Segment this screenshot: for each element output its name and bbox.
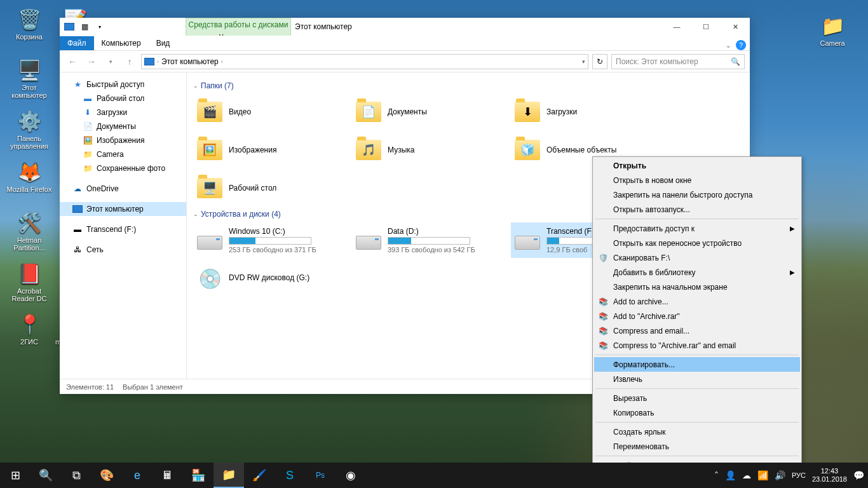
item-label: Рабочий стол [229, 184, 276, 193]
desktop-icon[interactable]: 🖥️Этот компьютер [6, 57, 52, 103]
app-icon: 🗑️ [17, 6, 42, 32]
nav-saved-photos[interactable]: 📁Сохраненные фото [60, 161, 186, 175]
context-menu-item[interactable]: Извлечь [594, 372, 800, 386]
menu-item-label: Compress and email... [613, 327, 689, 336]
tab-file[interactable]: Файл [60, 36, 94, 50]
nav-camera[interactable]: 📁Camera [60, 147, 186, 161]
nav-desktop[interactable]: ▬Рабочий стол [60, 92, 186, 105]
taskbar-skype[interactable]: S [275, 463, 305, 488]
up-button[interactable]: ↑ [122, 54, 137, 69]
nav-downloads[interactable]: ⬇Загрузки [60, 105, 186, 119]
desktop-icon[interactable]: 🗑️Корзина [6, 6, 52, 52]
onedrive-tray-icon[interactable]: ☁ [742, 470, 751, 480]
forward-button[interactable]: → [84, 54, 99, 69]
refresh-button[interactable]: ↻ [592, 54, 607, 69]
context-menu-item[interactable]: Копировать [594, 405, 800, 420]
submenu-arrow-icon: ▶ [790, 269, 795, 276]
tray-chevron-up-icon[interactable]: ˄ [714, 470, 719, 480]
nav-onedrive[interactable]: ☁OneDrive [60, 182, 186, 196]
group-folders-header[interactable]: ⌄Папки (7) [193, 78, 743, 94]
desktop-icon-camera[interactable]: 📁 Camera [810, 13, 855, 58]
tab-computer[interactable]: Компьютер [94, 36, 149, 50]
context-menu-item[interactable]: Закрепить на начальном экране [594, 280, 800, 294]
clock[interactable]: 12:43 23.01.2018 [812, 467, 847, 484]
nav-pictures[interactable]: 🖼️Изображения [60, 133, 186, 147]
drive-item[interactable]: Windows 10 (C:)253 ГБ свободно из 371 ГБ [193, 222, 346, 258]
recent-dropdown[interactable]: ▾ [103, 54, 118, 69]
folder-item[interactable]: 🎬Видео [193, 94, 346, 130]
nav-documents[interactable]: 📄Документы [60, 119, 186, 133]
minimize-button[interactable]: — [662, 18, 691, 36]
picture-icon: 🖼️ [83, 135, 93, 146]
system-menu-icon[interactable] [62, 20, 76, 34]
taskbar-explorer[interactable]: 📁 [214, 463, 244, 488]
context-menu-item[interactable]: Открыть автозапуск... [594, 202, 800, 217]
menu-item-icon: 📚 [598, 297, 608, 307]
back-button[interactable]: ← [65, 54, 80, 69]
folder-item[interactable]: 📄Документы [352, 94, 505, 130]
menu-item-icon: 📚 [598, 341, 608, 351]
context-menu-item[interactable]: Создать ярлык [594, 424, 800, 439]
taskbar-snip[interactable]: 🖌️ [244, 463, 275, 488]
desktop-icon[interactable]: 🛠️Hetman Partition... [6, 210, 52, 255]
ribbon-expand-icon[interactable]: ⌄ [726, 42, 731, 49]
desktop-icon[interactable]: 📕Acrobat Reader DC [6, 261, 52, 306]
address-bar[interactable]: › Этот компьютер › ▾ [141, 54, 588, 69]
context-menu-item[interactable]: 📚Compress to "Archive.rar" and email [594, 338, 800, 353]
context-menu-item[interactable]: Открыть в новом окне [594, 173, 800, 187]
taskbar-photoshop[interactable]: Ps [305, 463, 336, 488]
people-icon[interactable]: 👤 [725, 470, 736, 480]
desktop-icon[interactable]: ⚙️Панель управления [6, 108, 52, 154]
context-menu-item[interactable]: 📚Add to archive... [594, 294, 800, 309]
help-icon[interactable]: ? [736, 40, 746, 50]
action-center-icon[interactable]: 💬 [853, 470, 864, 480]
desktop-icon[interactable]: 🦊Mozilla Firefox [6, 159, 52, 205]
nav-network[interactable]: 🖧Сеть [60, 243, 186, 257]
folder-item[interactable]: 🎵Музыка [352, 132, 505, 168]
context-menu-item[interactable]: Открыть как переносное устройство [594, 236, 800, 250]
context-menu-item[interactable]: Переименовать [594, 439, 800, 454]
desktop-icon[interactable]: 📍2ГИС [6, 311, 52, 357]
window-title: Этот компьютер [295, 22, 352, 31]
context-menu-item[interactable]: Форматировать... [594, 357, 800, 372]
context-menu-item[interactable]: 📚Compress and email... [594, 323, 800, 338]
context-menu-item[interactable]: Закрепить на панели быстрого доступа [594, 187, 800, 202]
taskbar-store[interactable]: 🏪 [183, 463, 214, 488]
drive-item[interactable]: 💿DVD RW дисковод (G:) [193, 261, 346, 296]
pc-icon [72, 204, 83, 214]
props-icon[interactable]: ▦ [78, 20, 92, 34]
context-menu-item[interactable]: Вырезать [594, 391, 800, 405]
tab-view[interactable]: Вид [149, 36, 178, 50]
search-box[interactable]: Поиск: Этот компьютер 🔍 [611, 54, 745, 69]
close-button[interactable]: ✕ [721, 18, 750, 36]
chevron-right-icon: › [221, 58, 223, 65]
search-button[interactable]: 🔍 [31, 463, 61, 488]
volume-icon[interactable]: 🔊 [775, 470, 785, 480]
start-button[interactable]: ⊞ [0, 463, 31, 488]
qat-dropdown-icon[interactable]: ▾ [93, 20, 107, 34]
taskbar-edge[interactable]: e [122, 463, 153, 488]
folder-item[interactable]: 🖼️Изображения [193, 132, 346, 168]
taskbar-paint[interactable]: 🎨 [92, 463, 122, 488]
nav-quick-access[interactable]: ★Быстрый доступ [60, 78, 186, 92]
context-menu-item[interactable]: Предоставить доступ к▶ [594, 221, 800, 236]
nav-this-pc[interactable]: Этот компьютер [60, 202, 186, 216]
context-menu-item[interactable]: 📚Add to "Archive.rar" [594, 309, 800, 323]
maximize-button[interactable]: ☐ [691, 18, 721, 36]
wifi-icon[interactable]: 📶 [757, 470, 768, 480]
taskbar-chrome[interactable]: ◉ [336, 463, 366, 488]
nav-transcend[interactable]: ▬Transcend (F:) [60, 222, 186, 236]
task-view-button[interactable]: ⧉ [61, 463, 92, 488]
cloud-icon: ☁ [72, 184, 83, 194]
drive-item[interactable]: Data (D:)393 ГБ свободно из 542 ГБ [352, 222, 505, 258]
language-indicator[interactable]: РУС [792, 471, 806, 479]
context-menu-item[interactable]: Добавить в библиотеку▶ [594, 265, 800, 280]
folder-item[interactable]: ⬇Загрузки [511, 94, 663, 130]
taskbar-calc[interactable]: 🖩 [153, 463, 183, 488]
breadcrumb-root[interactable]: Этот компьютер [161, 57, 219, 66]
menu-item-label: Извлечь [613, 375, 642, 384]
context-menu-item[interactable]: 🛡️Сканировать F:\ [594, 250, 800, 265]
context-menu-item[interactable]: Открыть [594, 158, 800, 173]
folder-item[interactable]: 🖥️Рабочий стол [193, 170, 346, 206]
address-dropdown-icon[interactable]: ▾ [582, 58, 585, 65]
